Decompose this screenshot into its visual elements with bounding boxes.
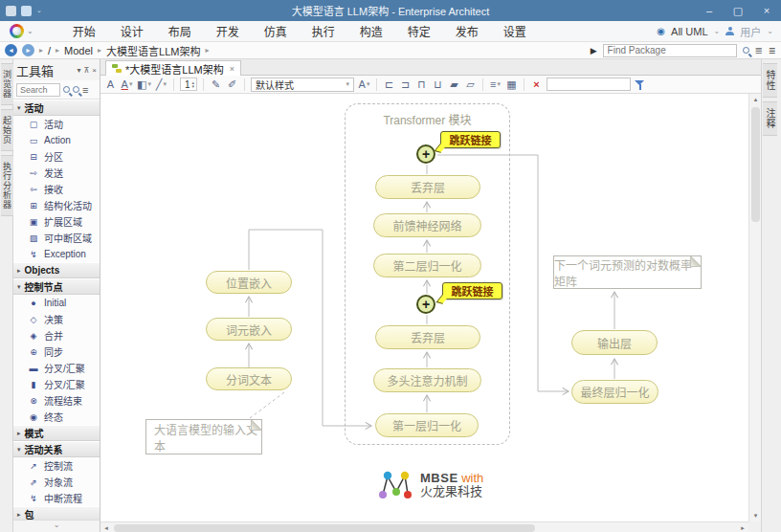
scroll-up-icon[interactable]: ▴ (749, 94, 762, 105)
perspective-caret-icon[interactable]: ⌄ (714, 27, 721, 35)
scroll-down-icon[interactable]: ▾ (749, 510, 762, 521)
node-output-layer[interactable]: 输出层 (571, 330, 658, 355)
toolbox-item-flow-final[interactable]: ⊗流程结束 (13, 392, 100, 409)
breadcrumb-root[interactable]: / (48, 45, 51, 56)
hierarchy-icon[interactable]: ≣ (755, 45, 763, 55)
node-layernorm1[interactable]: 第一层归一化 (375, 413, 479, 437)
note-skip-link-top[interactable]: 跳跃链接 (440, 131, 501, 148)
format-painter-button[interactable]: ✎ (210, 78, 222, 92)
menu-execute[interactable]: 执行 (300, 20, 347, 42)
search-icon[interactable] (743, 47, 749, 54)
toolbox-item-expansion[interactable]: ▣扩展区域 (13, 213, 100, 230)
horizontal-scrollbar[interactable]: ◂ ▸ (100, 521, 748, 532)
toolbox-section-control-nodes[interactable]: ▾控制节点 (13, 278, 100, 295)
spin-down-icon[interactable]: ▾ (191, 84, 194, 88)
toolbox-item-receive[interactable]: ⇦接收 (13, 181, 100, 197)
node-skip-add-top[interactable]: + (416, 144, 435, 164)
toolbox-item-control-flow[interactable]: ↗控制流 (13, 457, 100, 474)
align-left-button[interactable]: ⊏ (383, 78, 395, 92)
menu-settings[interactable]: 设置 (491, 20, 539, 42)
node-dropout-bottom[interactable]: 丢弃层 (375, 325, 480, 349)
toolbox-item-structured[interactable]: ⊞结构化活动 (13, 197, 100, 213)
toolbox-item-fork-vertical[interactable]: ▮分叉/汇聚 (13, 376, 100, 392)
toolbox-item-action[interactable]: ▭Action (13, 132, 100, 148)
toolbox-item-decision[interactable]: ◇决策 (13, 311, 100, 327)
toolbox-hamburger-icon[interactable]: ≡ (82, 84, 88, 96)
line-width-spinner[interactable]: 1▴▾ (180, 78, 197, 91)
diagram-tree-button[interactable]: ≡▾ (489, 78, 502, 92)
insert-image-button[interactable]: ▦ (505, 78, 518, 92)
dock-tab-properties[interactable]: 特性 (763, 63, 777, 98)
toolbox-section-package[interactable]: ▸包 (13, 506, 100, 520)
bring-to-front-button[interactable]: ▰ (448, 78, 460, 92)
toolbox-item-partition[interactable]: ⊟分区 (13, 148, 100, 165)
diagram-tab[interactable]: *大模型语言LLM架构 × (105, 60, 241, 77)
menu-design[interactable]: 设计 (108, 20, 156, 42)
toolbox-item-fork-horizontal[interactable]: ▬分叉/汇聚 (13, 360, 100, 376)
play-icon[interactable]: ▶ (591, 46, 597, 55)
note-output-matrix[interactable]: 下一个词元预测的对数概率矩阵 (553, 255, 702, 289)
minimize-button[interactable]: – (695, 0, 724, 21)
dock-tab-execution-analyzer[interactable]: 执行分析器 (1, 155, 14, 216)
user-menu[interactable]: 用户 (740, 24, 761, 39)
menu-start[interactable]: 开始 (60, 20, 108, 42)
node-skip-add-bottom[interactable]: + (416, 295, 435, 314)
dock-tab-startpage[interactable]: 起始页 (1, 109, 14, 151)
diagram-canvas[interactable]: Transformer 模块 位置嵌入 词元嵌入 分词文本 丢弃层 前馈神经网络… (100, 94, 748, 521)
node-multihead-attention[interactable]: 多头注意力机制 (373, 368, 481, 392)
menu-specialize[interactable]: 特定 (395, 20, 443, 42)
scroll-right-icon[interactable]: ▸ (737, 522, 748, 532)
vertical-scrollbar[interactable]: ▴ ▾ (748, 94, 761, 521)
toolbox-item-initial[interactable]: ●Initial (13, 295, 100, 311)
scroll-left-icon[interactable]: ◂ (100, 522, 112, 532)
vertical-scroll-thumb[interactable] (751, 107, 760, 222)
toolbox-search-icon[interactable] (63, 86, 70, 93)
toolbox-item-object-flow[interactable]: ⇗对象流 (13, 474, 100, 490)
menu-layout[interactable]: 布局 (156, 20, 204, 42)
toolbox-section-patterns[interactable]: ▸模式 (13, 425, 100, 441)
filter-icon[interactable] (635, 79, 645, 90)
copy-style-button[interactable]: ✐ (226, 78, 238, 92)
breadcrumb-package[interactable]: 大模型语言LLM架构 (106, 43, 200, 58)
toolbox-item-interrupt-flow[interactable]: ↯中断流程 (13, 490, 100, 506)
toolbox-overflow-button[interactable]: ⌄ (13, 520, 100, 532)
logo-caret-icon[interactable]: ⌄ (27, 27, 33, 35)
node-token-embedding[interactable]: 词元嵌入 (206, 318, 292, 341)
note-input-text[interactable]: 大语言模型的输入文本 (145, 419, 262, 454)
font-color-button[interactable]: A▾ (121, 78, 133, 92)
toolbox-global-search-icon[interactable] (73, 86, 79, 93)
toolbox-item-merge[interactable]: ◈合并 (13, 327, 100, 344)
dock-tab-notes[interactable]: 注释 (763, 101, 777, 136)
ea-logo-icon[interactable] (10, 24, 24, 38)
align-right-button[interactable]: ⊐ (399, 78, 412, 92)
hamburger-icon[interactable]: ≡ (769, 44, 775, 57)
toolbar-text-input[interactable] (547, 78, 631, 91)
perspective-selector[interactable]: All UML (671, 26, 708, 37)
toolbox-section-activity-relations[interactable]: ▾活动关系 (13, 441, 100, 457)
nav-back-button[interactable]: ◂ (5, 44, 17, 56)
menu-simulate[interactable]: 仿真 (252, 20, 300, 42)
toolbox-item-interruptible[interactable]: ▨可中断区域 (13, 230, 100, 246)
tab-close-icon[interactable]: × (230, 64, 234, 74)
node-tokenized-text[interactable]: 分词文本 (206, 367, 292, 390)
menu-construct[interactable]: 构造 (347, 20, 395, 42)
menu-publish[interactable]: 发布 (443, 20, 491, 42)
node-position-embedding[interactable]: 位置嵌入 (206, 271, 292, 294)
note-skip-link-bottom[interactable]: 跳跃链接 (442, 282, 502, 299)
toolbox-search-input[interactable] (16, 83, 60, 97)
toolbox-close-icon[interactable]: × (92, 66, 97, 75)
send-to-back-button[interactable]: ▱ (464, 78, 477, 92)
toolbox-section-objects[interactable]: ▸Objects (13, 262, 100, 278)
dock-tab-browser[interactable]: 浏览器 (1, 63, 14, 105)
connector-note-to-tokenized[interactable] (250, 392, 284, 418)
toolbox-pin-icon[interactable]: ⊼ (83, 66, 89, 75)
toolbox-section-activity[interactable]: ▾活动 (13, 100, 100, 116)
find-package-input[interactable] (603, 44, 737, 57)
node-feedforward[interactable]: 前馈神经网络 (373, 213, 481, 237)
menu-develop[interactable]: 开发 (204, 20, 252, 42)
align-bottom-button[interactable]: ⊔ (432, 78, 444, 92)
breadcrumb-model[interactable]: Model (64, 45, 93, 56)
align-top-button[interactable]: ⊓ (415, 78, 428, 92)
style-combobox[interactable]: 默认样式▾ (251, 78, 354, 92)
toolbox-item-send[interactable]: ⇨发送 (13, 165, 100, 181)
